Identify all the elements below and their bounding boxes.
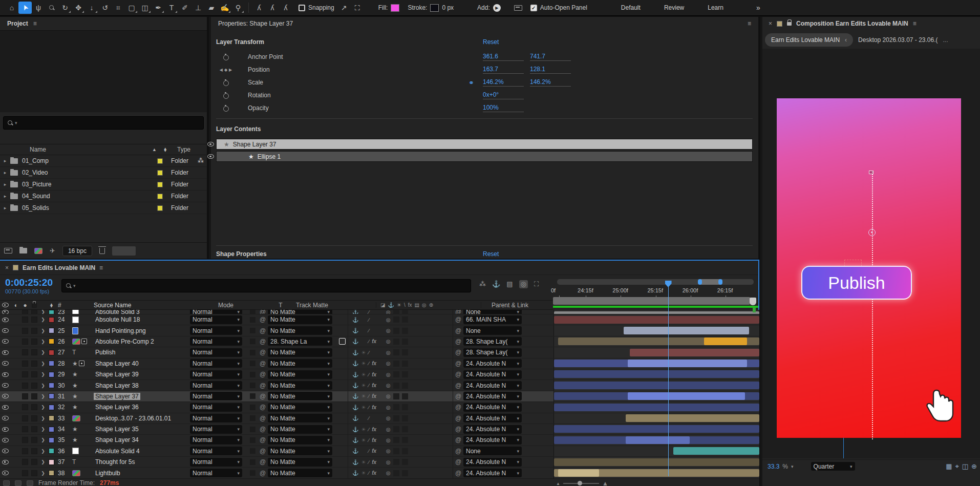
home-tool[interactable]: ⌂ [5,2,18,14]
audio-cell[interactable] [10,424,20,434]
matte-pickwhip-icon[interactable]: @ [258,446,268,456]
eye-icon[interactable] [207,154,214,159]
workspace-overflow-icon[interactable]: » [756,4,760,12]
mode-dropdown[interactable]: Normal▾ [190,414,242,422]
layer-switches[interactable]: ⚓☀∕fx◎ [348,369,453,379]
solo-cell[interactable] [20,446,30,456]
expand-arrow-icon[interactable]: ▸ [0,158,10,163]
layer-name[interactable]: Absolute Pre-Comp 2 [94,338,156,345]
work-area-bar[interactable] [553,297,750,305]
matte-pickwhip-icon[interactable]: @ [258,391,268,402]
mode-dropdown[interactable]: Normal▾ [190,359,242,368]
label-color-chip[interactable] [49,437,54,443]
footer-toggle-icon[interactable] [27,480,33,486]
matte-pickwhip-icon[interactable]: @ [258,314,268,325]
solo-cell[interactable] [20,391,30,402]
zoom-tool[interactable] [45,2,58,14]
parent-pickwhip-icon[interactable]: @ [453,347,463,357]
layer-switches[interactable]: ⚓☀∕fx◎ [348,336,453,347]
audio-cell[interactable] [10,435,20,445]
layer-bar-track[interactable] [554,413,759,424]
expand-arrow-icon[interactable]: ▸ [0,205,10,210]
camera-tool[interactable]: ⌗ [112,2,125,14]
t-cell[interactable] [247,310,258,314]
audio-cell[interactable] [10,457,20,467]
label-color-chip[interactable] [49,317,54,323]
layer-duration-bar[interactable] [628,392,745,400]
audio-cell[interactable] [10,310,20,314]
switch-header-icon[interactable]: ☀ [397,302,401,308]
eye-icon[interactable] [2,405,9,410]
footer-toggle-icon[interactable] [3,480,10,486]
matte-pickwhip-icon[interactable]: @ [258,413,268,424]
layer-duration-bar[interactable] [554,404,759,411]
label-color-chip[interactable] [49,393,54,399]
comp-flowchart-icon[interactable]: ⁂ [479,280,486,288]
scrollbar-thumb[interactable] [699,279,721,285]
transform-value[interactable]: 361.6 [483,53,524,61]
switch-header-icon[interactable]: fx [408,302,412,308]
layer-duration-bar[interactable] [554,382,759,389]
layer-bar-track[interactable] [554,457,759,467]
layer-bar-track[interactable] [554,336,759,347]
panel-icon[interactable] [514,5,522,11]
prev-keyframe-icon[interactable]: ◀ [220,68,223,72]
transform-value[interactable]: 163.7 [483,66,524,74]
layer-name[interactable]: Desktop..3.07 - 23.06.01.01 [94,415,173,422]
pan-camera-tool[interactable]: ✥ [72,2,85,14]
close-icon[interactable]: × [769,20,772,27]
audio-cell[interactable] [10,347,20,357]
snapping-checkbox[interactable] [299,5,305,11]
workspace-learn[interactable]: Learn [708,4,723,11]
layer-switches[interactable]: ⚓☀∕fx◎ [348,358,453,369]
parent-dropdown[interactable]: 24. Absolute N▾ [463,381,522,390]
solo-cell[interactable] [20,336,30,347]
t-cell[interactable] [247,369,258,379]
track-matte-dropdown[interactable]: No Matte▾ [268,392,332,400]
lock-cell[interactable] [30,435,39,445]
chevron-left-icon[interactable]: ‹ [845,36,847,44]
label-color-chip[interactable] [49,372,54,377]
layer-row[interactable]: ❯23Absolute Solid 3Normal▾@No Matte▾⚓☀∕f… [0,310,759,314]
eye-icon[interactable] [2,361,9,366]
layer-row[interactable]: ❯27TPublishNormal▾@No Matte▾⚓☀∕fx◎@28. S… [0,347,759,358]
selection-tool[interactable]: ➤ [18,2,32,14]
eye-icon[interactable] [2,318,9,322]
eye-icon[interactable] [2,438,9,442]
layer-bar-track[interactable] [554,369,759,379]
matte-toggle-icon[interactable] [339,338,346,345]
motion-path-handle[interactable] [869,171,874,174]
mode-dropdown[interactable]: Normal▾ [190,403,242,412]
magnification-value[interactable]: 33.3 [768,463,779,470]
audio-cell[interactable] [10,402,20,412]
hand-tool[interactable]: ψ [32,2,45,14]
solo-cell[interactable] [20,310,30,314]
matte-pickwhip-icon[interactable]: @ [258,369,268,379]
mode-dropdown[interactable]: Normal▾ [190,310,242,314]
layer-name[interactable]: Shape Layer 39 [94,371,140,378]
link-scale-icon[interactable]: ⚭ [468,79,474,87]
layer-duration-bar[interactable] [558,469,599,477]
project-item-row[interactable]: ▸01_CompFolder⁂ [0,155,207,167]
layer-row[interactable]: ❯28★Shape Layer 40Normal▾@No Matte▾⚓☀∕fx… [0,358,759,369]
cube-tool[interactable]: ◫ [138,2,152,14]
expand-arrow-icon[interactable]: ▸ [0,170,10,175]
switch-header-icon[interactable]: ◪ [380,302,385,308]
mode-dropdown[interactable]: Normal▾ [190,469,242,477]
t-cell[interactable] [247,402,258,412]
lock-cell[interactable] [30,336,39,347]
mode-dropdown[interactable]: Normal▾ [190,348,242,357]
layer-switches[interactable]: ⚓☀∕fx◎ [348,391,453,402]
layer-duration-bar[interactable] [704,337,747,345]
layer-switches[interactable]: ⚓☀∕fx◎ [348,314,453,325]
column-track-matte[interactable]: Track Matte [296,302,365,309]
orbit-camera-tool[interactable]: ↻ [58,2,72,14]
expand-arrow-icon[interactable]: ❯ [39,424,47,434]
layer-bar-track[interactable] [554,446,759,456]
track-matte-dropdown[interactable]: No Matte▾ [268,381,332,390]
layer-switches[interactable]: ⚓☀∕fx◎ [348,435,453,445]
parent-dropdown[interactable]: None▾ [463,326,522,335]
matte-pickwhip-icon[interactable]: @ [258,347,268,357]
lock-cell[interactable] [30,358,39,369]
draft-3d-icon[interactable]: ⚓ [492,280,500,288]
